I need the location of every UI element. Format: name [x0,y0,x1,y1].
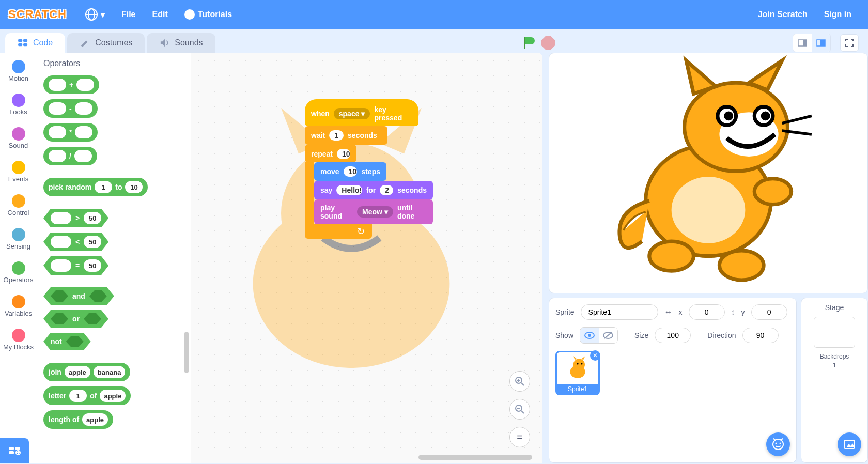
backdrop-thumbnail[interactable] [814,317,855,348]
svg-rect-21 [9,447,14,450]
category-motion[interactable]: Motion [0,57,37,90]
block-and[interactable]: and [43,287,114,305]
block-subtract[interactable]: - [43,99,98,118]
sprite-direction-input[interactable] [742,328,779,343]
y-axis-icon: ↕ [731,307,735,317]
block-move-steps[interactable]: move 10 steps [314,162,386,181]
block-wait[interactable]: wait 1 seconds [305,126,388,145]
show-hide-toggle [580,327,618,344]
category-column: Motion Looks Sound Events Control Sensin… [0,53,37,463]
category-my-blocks[interactable]: My Blocks [0,326,37,359]
green-flag-button[interactable] [522,36,536,50]
sprite-on-stage[interactable] [549,53,867,293]
svg-rect-0 [18,39,22,42]
svg-point-37 [649,241,694,271]
zoom-out-button[interactable] [509,399,530,420]
zoom-in-button[interactable] [509,371,530,392]
stop-button[interactable] [541,36,555,50]
block-equals[interactable]: =50 [43,256,109,275]
svg-rect-23 [9,451,14,454]
tab-sounds[interactable]: Sounds [147,33,215,53]
cat-icon [563,354,592,383]
block-when-key-pressed[interactable]: when space ▾ key pressed [305,99,419,126]
stage-view[interactable] [549,53,868,293]
hide-sprite-button[interactable] [599,328,617,343]
tutorials-link[interactable]: Tutorials [184,9,232,20]
block-play-sound-until-done[interactable]: play sound Meow ▾ until done [314,199,433,224]
scratch-logo[interactable]: SCRATCH [8,8,67,21]
add-sprite-button[interactable] [766,432,790,456]
block-letter-of[interactable]: letter1ofapple [43,386,131,405]
fullscreen-button[interactable] [840,34,859,52]
say-seconds[interactable]: 2 [380,185,393,195]
move-value[interactable]: 10 [344,166,358,177]
chevron-down-icon: ▾ [384,208,388,216]
small-stage-button[interactable] [793,34,812,52]
large-stage-button[interactable] [812,34,830,52]
show-sprite-button[interactable] [580,328,599,343]
script-workspace[interactable]: when space ▾ key pressed wait 1 seconds … [191,53,542,463]
workspace-scrollbar-horizontal[interactable] [419,455,532,460]
join-scratch-link[interactable]: Join Scratch [758,10,808,19]
say-message[interactable]: Hello! [336,185,362,195]
direction-label: Direction [707,331,736,339]
file-menu[interactable]: File [121,10,136,19]
block-repeat[interactable]: repeat 10 [305,145,357,162]
sprite-size-input[interactable] [655,328,691,343]
block-add[interactable]: + [43,75,99,94]
repeat-value[interactable]: 10 [337,149,350,159]
tab-code[interactable]: Code [5,33,65,53]
sprite-x-input[interactable] [689,304,725,320]
block-or[interactable]: or [43,310,109,328]
svg-marker-49 [581,356,585,360]
svg-point-34 [724,111,733,120]
stage-title: Stage [807,303,862,312]
zoom-controls: = [509,371,530,447]
stage-size-toggle [793,34,831,52]
svg-rect-2 [18,43,22,46]
svg-point-39 [754,179,791,205]
main-area: Motion Looks Sound Events Control Sensin… [0,53,868,463]
block-say-for-seconds[interactable]: say Hello! for 2 seconds [314,181,433,199]
sprite-y-input[interactable] [751,304,787,320]
sound-dropdown[interactable]: Meow ▾ [357,206,393,218]
svg-point-28 [672,177,746,243]
category-operators[interactable]: Operators [0,258,37,292]
block-join[interactable]: joinapplebanana [43,363,130,381]
category-control[interactable]: Control [0,191,37,225]
zoom-reset-button[interactable]: = [509,427,530,447]
block-divide[interactable]: / [43,147,97,165]
language-menu[interactable]: ▾ [85,8,105,21]
svg-point-51 [581,363,582,364]
script-stack[interactable]: when space ▾ key pressed wait 1 seconds … [305,99,433,239]
delete-sprite-button[interactable]: ✕ [590,350,600,361]
category-looks[interactable]: Looks [0,90,37,124]
block-not[interactable]: not [43,333,91,350]
top-nav: SCRATCH ▾ File Edit Tutorials Join Scrat… [0,0,868,29]
tab-costumes[interactable]: Costumes [67,33,145,53]
svg-line-15 [521,383,524,385]
chevron-down-icon: ▾ [361,110,365,118]
edit-menu[interactable]: Edit [152,10,167,19]
category-variables[interactable]: Variables [0,292,37,326]
block-less-than[interactable]: <50 [43,233,109,251]
key-dropdown[interactable]: space ▾ [334,108,370,119]
svg-point-43 [588,334,591,337]
block-greater-than[interactable]: >50 [43,209,109,227]
category-events[interactable]: Events [0,158,37,191]
stage-header-controls [522,34,863,52]
backpack-button[interactable] [0,438,29,463]
svg-rect-7 [820,40,825,46]
block-pick-random[interactable]: pick random1to10 [43,178,148,196]
category-sound[interactable]: Sound [0,124,37,158]
sprite-thumbnail[interactable]: ✕ Sprite1 [555,351,600,395]
block-length-of[interactable]: length ofapple [43,410,113,429]
sign-in-link[interactable]: Sign in [824,10,851,19]
palette-heading: Operators [43,59,184,68]
sprite-name-input[interactable] [581,304,658,320]
wait-value[interactable]: 1 [329,130,344,141]
add-backdrop-button[interactable] [838,432,861,456]
category-sensing[interactable]: Sensing [0,225,37,258]
block-multiply[interactable]: * [43,123,98,142]
svg-rect-3 [23,43,27,46]
